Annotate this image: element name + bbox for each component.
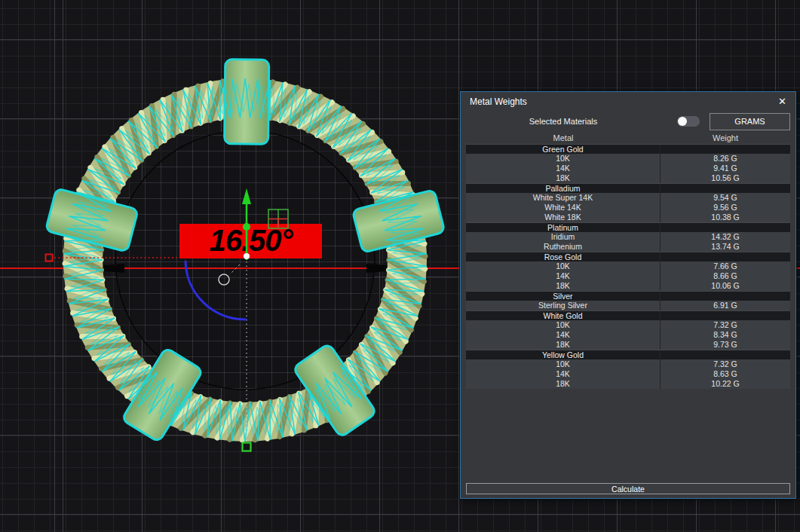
rope-ring[interactable] <box>65 80 425 440</box>
close-icon[interactable]: ✕ <box>778 96 786 106</box>
weight-cell: 10.06 G <box>661 281 790 291</box>
ring-inner-disc <box>115 130 375 390</box>
weight-cell: 10.56 G <box>661 173 790 183</box>
metal-row[interactable]: 18K10.56 G <box>466 173 790 183</box>
weight-cell: 9.73 G <box>661 340 790 350</box>
weight-cell: 9.56 G <box>661 203 790 212</box>
metal-row[interactable]: White Super 14K9.54 G <box>466 193 790 203</box>
weight-cell: 7.32 G <box>661 320 790 330</box>
metal-cell: 18K <box>466 340 661 350</box>
metal-cell: 10K <box>466 261 661 271</box>
metal-group-row[interactable]: Platinum <box>466 222 790 232</box>
metal-group-row[interactable]: Rose Gold <box>466 252 790 261</box>
selected-materials-toggle[interactable] <box>677 116 700 127</box>
metal-row[interactable]: White 14K9.56 G <box>466 203 790 212</box>
metal-row[interactable]: 10K7.32 G <box>466 320 790 330</box>
metal-group-row[interactable]: Yellow Gold <box>466 350 790 359</box>
weight-cell: 8.63 G <box>661 369 790 379</box>
station-bezel[interactable] <box>225 60 269 145</box>
metal-cell: Green Gold <box>466 145 661 154</box>
metal-row[interactable]: 14K8.63 G <box>466 369 790 379</box>
units-button[interactable]: GRAMS <box>710 113 790 130</box>
panel-titlebar: Metal Weights ✕ <box>461 92 795 111</box>
metal-group-row[interactable]: Green Gold <box>466 144 790 154</box>
gizmo-arrow-icon[interactable] <box>242 188 251 204</box>
metal-group-row[interactable]: Palladium <box>466 183 790 193</box>
metal-cell: 10K <box>466 154 661 164</box>
angle-label[interactable]: 16.50° <box>179 224 322 258</box>
weight-cell <box>661 252 790 261</box>
panel-controls: Selected Materials GRAMS <box>461 111 795 132</box>
rotation-arc <box>185 261 246 320</box>
cursor-circle <box>219 274 229 285</box>
weight-cell <box>661 223 790 232</box>
weight-cell: 10.38 G <box>661 212 790 222</box>
metal-weights-panel: Metal Weights ✕ Selected Materials GRAMS… <box>460 91 796 499</box>
ring-inner-grid <box>115 130 375 390</box>
station-bezel[interactable] <box>121 347 203 442</box>
weight-cell: 8.34 G <box>661 330 790 340</box>
metal-group-row[interactable]: White Gold <box>466 310 790 320</box>
metal-cell: Platinum <box>466 223 661 232</box>
weight-cell: 7.66 G <box>661 261 790 271</box>
bottom-anchor-square[interactable] <box>243 443 251 451</box>
metal-row[interactable]: 18K10.06 G <box>466 281 790 291</box>
3d-viewport[interactable]: 16.50° Metal Weights ✕ Selected Material… <box>0 0 800 532</box>
weight-cell: 9.54 G <box>661 193 790 203</box>
weight-cell: 8.66 G <box>661 271 790 281</box>
metal-cell: Palladium <box>466 184 661 193</box>
metal-row[interactable]: 10K7.66 G <box>466 261 790 271</box>
metal-cell: 14K <box>466 369 661 379</box>
ring-inner-outline <box>115 130 375 390</box>
metal-cell: Yellow Gold <box>466 350 661 359</box>
metal-row[interactable]: 14K8.34 G <box>466 330 790 340</box>
panel-title: Metal Weights <box>470 96 527 107</box>
selection-wireframe <box>63 78 427 442</box>
toggle-knob <box>678 117 687 126</box>
metal-cell: 14K <box>466 164 661 173</box>
metal-row[interactable]: 18K10.22 G <box>466 379 790 389</box>
station-bezel[interactable] <box>45 188 138 252</box>
metal-cell: 14K <box>466 271 661 281</box>
weight-cell: 9.41 G <box>661 164 790 173</box>
metal-cell: 18K <box>466 281 661 291</box>
weight-cell: 6.91 G <box>661 301 790 310</box>
small-dashed-guide <box>230 264 240 274</box>
selected-materials-label: Selected Materials <box>466 117 661 126</box>
weight-cell <box>661 184 790 193</box>
metal-row[interactable]: 10K8.26 G <box>466 154 790 164</box>
metal-group-row[interactable]: Silver <box>466 291 790 301</box>
weight-cell <box>661 311 790 320</box>
metal-cell: Ruthenium <box>466 242 661 252</box>
station-bezel[interactable] <box>293 343 376 437</box>
metal-column-header: Metal <box>466 133 661 142</box>
weight-cell: 14.32 G <box>661 232 790 242</box>
metal-row[interactable]: 10K7.32 G <box>466 359 790 369</box>
metal-cell: Rose Gold <box>466 252 661 261</box>
metal-row[interactable]: 14K9.41 G <box>466 164 790 173</box>
right-arrow <box>366 264 425 273</box>
station-bezel[interactable] <box>352 190 445 253</box>
metal-cell: White 18K <box>466 212 661 222</box>
metal-row[interactable]: Iridium14.32 G <box>466 232 790 242</box>
calculate-button[interactable]: Calculate <box>466 483 790 494</box>
weight-cell: 13.74 G <box>661 242 790 252</box>
left-anchor-square[interactable] <box>46 255 53 261</box>
weight-cell: 7.32 G <box>661 359 790 369</box>
metal-cell: White 14K <box>466 203 661 212</box>
metal-cell: 10K <box>466 359 661 369</box>
weight-cell: 10.22 G <box>661 379 790 389</box>
weight-cell <box>661 292 790 301</box>
metal-cell: Silver <box>466 292 661 301</box>
weight-cell <box>661 145 790 154</box>
metal-table-body: Green Gold10K8.26 G14K9.41 G18K10.56 GPa… <box>461 144 795 389</box>
metal-cell: 18K <box>466 379 661 389</box>
metal-row[interactable]: Ruthenium13.74 G <box>466 242 790 252</box>
metal-row[interactable]: Sterling Silver6.91 G <box>466 301 790 310</box>
metal-cell: White Super 14K <box>466 193 661 203</box>
metal-row[interactable]: White 18K10.38 G <box>466 212 790 222</box>
metal-row[interactable]: 14K8.66 G <box>466 271 790 281</box>
left-arrow <box>65 264 124 273</box>
weight-column-header: Weight <box>661 133 790 142</box>
metal-row[interactable]: 18K9.73 G <box>466 340 790 350</box>
